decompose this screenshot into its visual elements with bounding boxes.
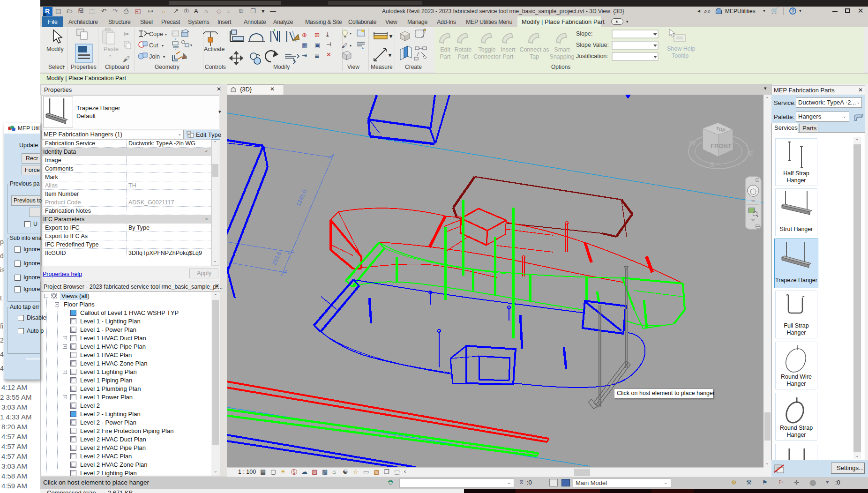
svg-text:Part: Part [458, 53, 469, 60]
svg-text:Tap: Tap [530, 53, 539, 60]
svg-text:Modify: Modify [46, 46, 64, 52]
svg-text:Cut: Cut [149, 42, 158, 49]
svg-text:Part: Part [440, 53, 451, 60]
svg-text:▾: ▾ [165, 32, 167, 37]
svg-text:⇥: ⇥ [302, 52, 307, 59]
svg-text:Slope:: Slope: [576, 30, 592, 37]
svg-text:Insert: Insert [501, 46, 516, 53]
svg-text:▾: ▾ [109, 53, 111, 58]
svg-text:Connector: Connector [473, 53, 501, 60]
svg-text:Justification:: Justification: [576, 53, 608, 60]
svg-text:Show Help: Show Help [667, 45, 695, 52]
svg-text:FRONT: FRONT [711, 142, 732, 149]
svg-text:Join: Join [149, 53, 160, 60]
svg-text:▣: ▣ [314, 42, 320, 49]
svg-text:Activate: Activate [204, 46, 225, 52]
svg-text:▾: ▾ [190, 43, 192, 47]
svg-text:▾: ▾ [162, 44, 164, 48]
svg-text:E: E [748, 149, 753, 157]
svg-text:Cope: Cope [149, 31, 163, 37]
svg-text:▾: ▾ [350, 31, 352, 36]
svg-text:🖌: 🖌 [123, 55, 130, 63]
svg-text:Edit: Edit [440, 46, 450, 53]
svg-text:1245.0: 1245.0 [295, 188, 308, 207]
svg-text:Rotate: Rotate [455, 46, 472, 53]
svg-text:Smart: Smart [554, 46, 570, 53]
svg-text:▦: ▦ [302, 42, 307, 49]
svg-text:⊞: ⊞ [314, 31, 320, 38]
svg-text:S: S [710, 160, 714, 168]
svg-text:▾: ▾ [350, 44, 352, 48]
svg-text:Part: Part [503, 53, 514, 60]
svg-text:Snapping: Snapping [550, 53, 575, 60]
svg-text:≣: ≣ [314, 52, 320, 59]
svg-text:Slope Value:: Slope Value: [576, 42, 609, 48]
svg-text:Tooltip: Tooltip [672, 52, 688, 59]
svg-text:253.6: 253.6 [271, 251, 283, 266]
svg-text:Paste: Paste [104, 46, 119, 52]
svg-text:Connect as: Connect as [519, 46, 549, 53]
svg-text:⊕: ⊕ [302, 31, 307, 38]
svg-text:🖌: 🖌 [341, 42, 347, 49]
svg-text:▾: ▾ [163, 55, 165, 59]
svg-text:⊣: ⊣ [326, 41, 331, 48]
svg-text:W: W [689, 139, 696, 147]
svg-text:✂: ✂ [124, 30, 130, 38]
svg-text:Toggle: Toggle [479, 46, 496, 53]
svg-text:✕: ✕ [326, 51, 331, 58]
svg-text:▾: ▾ [390, 34, 392, 38]
svg-text:▾: ▾ [389, 53, 391, 57]
svg-text:⤓: ⤓ [326, 30, 329, 37]
